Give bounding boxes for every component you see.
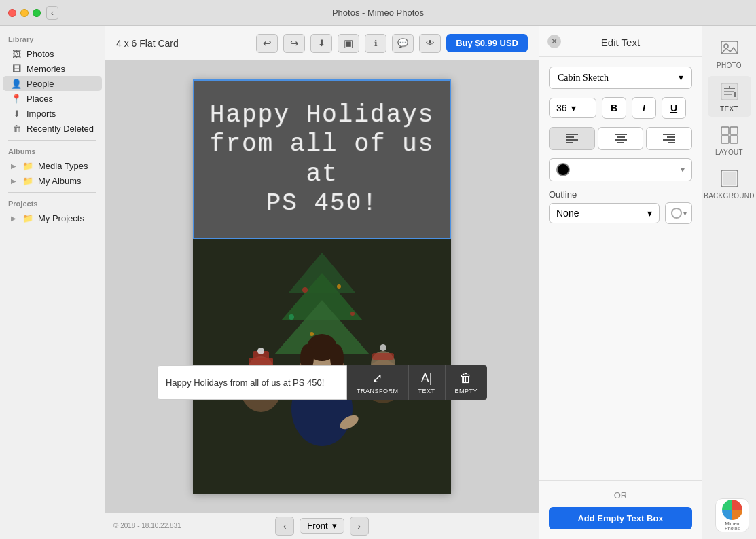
svg-rect-30	[615, 134, 627, 135]
font-size-dropdown-icon: ▾	[571, 103, 576, 113]
toolbar: 4 x 6 Flat Card ↩ ↪ ⬇ ▣ ℹ 💬 👁 Buy $0.99 …	[105, 26, 539, 61]
minimize-button[interactable]	[20, 9, 29, 17]
maximize-button[interactable]	[33, 9, 41, 17]
rail-item-text[interactable]: TEXT	[708, 76, 751, 117]
empty-button[interactable]: 🗑 EMPTY	[446, 365, 488, 400]
mimeo-circle-icon	[722, 500, 742, 520]
trash-icon: 🗑	[11, 123, 22, 134]
outline-color-button[interactable]: ▾	[665, 202, 692, 224]
align-right-button[interactable]	[646, 127, 692, 150]
text-color-selector[interactable]: ▾	[549, 158, 692, 181]
sidebar-item-people-label: People	[26, 79, 54, 89]
sidebar-item-memories-label: Memories	[26, 64, 65, 74]
rail-item-photo[interactable]: PHOTO	[708, 33, 751, 73]
color-arrow-icon: ▾	[681, 165, 685, 174]
svg-rect-32	[615, 139, 627, 141]
content-area: 4 x 6 Flat Card ↩ ↪ ⬇ ▣ ℹ 💬 👁 Buy $0.99 …	[105, 26, 539, 539]
sidebar-item-people[interactable]: 👤 People	[3, 76, 102, 91]
chevron-right-icon-3: ▶	[11, 215, 16, 222]
font-selector[interactable]: Cabin Sketch ▾	[549, 67, 692, 89]
outline-controls: None ▾ ▾	[549, 202, 692, 224]
transform-button[interactable]: ⤢ TRANSFORM	[347, 365, 409, 400]
next-page-button[interactable]: ›	[350, 517, 369, 536]
sidebar-item-my-albums[interactable]: ▶ 📁 My Albums	[3, 173, 102, 188]
text-edit-button[interactable]: A| TEXT	[408, 365, 445, 400]
sidebar-item-imports[interactable]: ⬇ Imports	[3, 106, 102, 121]
edit-panel-header: ✕ Edit Text	[539, 26, 702, 57]
sidebar-item-places[interactable]: 📍 Places	[3, 91, 102, 106]
sidebar-item-my-projects-label: My Projects	[38, 213, 84, 223]
card-text-block[interactable]: Happy Holidaysfrom all of us atPS 450!	[193, 79, 451, 239]
sidebar-item-media-types[interactable]: ▶ 📁 Media Types	[3, 158, 102, 173]
close-panel-button[interactable]: ✕	[547, 35, 561, 48]
page-selector[interactable]: Front ▾	[300, 518, 344, 534]
sidebar-item-photos[interactable]: 🖼 Photos	[3, 46, 102, 61]
add-empty-textbox-button[interactable]: Add Empty Text Box	[549, 507, 692, 529]
svg-rect-51	[723, 172, 736, 185]
sidebar-item-imports-label: Imports	[26, 109, 56, 119]
close-button[interactable]	[8, 9, 16, 17]
italic-button[interactable]: I	[632, 97, 656, 119]
floating-text-preview: Happy Holidays from all of us at PS 450!	[157, 365, 347, 400]
outline-section: Outline None ▾ ▾	[549, 189, 692, 224]
font-size-selector[interactable]: 36 ▾	[549, 98, 596, 118]
buy-button[interactable]: Buy $0.99 USD	[446, 34, 528, 52]
align-center-button[interactable]	[598, 127, 644, 150]
svg-rect-36	[663, 139, 675, 141]
rail-item-background[interactable]: BACKGROUND	[708, 163, 751, 204]
info-button[interactable]: ℹ	[365, 34, 386, 53]
svg-rect-35	[667, 136, 675, 138]
sidebar-item-my-projects[interactable]: ▶ 📁 My Projects	[3, 210, 102, 225]
folder-icon: 📁	[22, 160, 33, 171]
font-dropdown-icon: ▾	[679, 72, 683, 83]
svg-rect-29	[566, 142, 573, 143]
italic-icon: I	[643, 103, 645, 113]
underline-icon: U	[670, 103, 677, 113]
font-name: Cabin Sketch	[558, 73, 609, 83]
edit-panel-body: Cabin Sketch ▾ 36 ▾ B I U	[539, 57, 702, 480]
sidebar-separator-1	[8, 140, 96, 141]
empty-label: EMPTY	[455, 388, 478, 394]
svg-rect-28	[566, 139, 578, 141]
albums-section-label: Albums	[0, 145, 105, 158]
text-rail-icon	[719, 81, 740, 103]
or-label: OR	[614, 490, 628, 500]
sidebar-item-memories[interactable]: 🎞 Memories	[3, 61, 102, 76]
traffic-lights[interactable]	[8, 9, 41, 17]
page-label: Front	[307, 521, 327, 531]
outline-selector[interactable]: None ▾	[549, 203, 660, 223]
card: Happy Holidaysfrom all of us atPS 450!	[193, 79, 451, 494]
download-button[interactable]: ⬇	[310, 34, 332, 53]
mimeo-logo-inner: MimeoPhotos	[715, 498, 749, 532]
transform-label: TRANSFORM	[357, 388, 399, 394]
sidebar-item-recently-deleted[interactable]: 🗑 Recently Deleted	[3, 121, 102, 136]
layout-button[interactable]: ▣	[338, 34, 359, 53]
folder-icon-2: 📁	[22, 175, 33, 186]
mimeo-logo: MimeoPhotos	[715, 498, 749, 532]
align-left-button[interactable]	[549, 127, 595, 150]
svg-rect-31	[617, 136, 625, 138]
document-title: 4 x 6 Flat Card	[116, 38, 179, 49]
preview-button[interactable]: 👁	[419, 34, 441, 53]
rail-item-layout[interactable]: LAYOUT	[708, 119, 751, 160]
outline-value: None	[556, 208, 579, 219]
folder-icon-3: 📁	[22, 212, 33, 223]
photos-icon: 🖼	[11, 48, 22, 59]
underline-button[interactable]: U	[662, 97, 686, 119]
text-edit-icon: A|	[421, 371, 433, 386]
bold-button[interactable]: B	[602, 97, 626, 119]
chat-button[interactable]: 💬	[392, 34, 414, 53]
projects-section-label: Projects	[0, 197, 105, 210]
svg-rect-27	[566, 136, 574, 138]
places-icon: 📍	[11, 93, 22, 104]
redo-button[interactable]: ↪	[283, 34, 305, 53]
layout-rail-icon	[719, 124, 740, 146]
window-title: Photos - Mimeo Photos	[332, 7, 424, 18]
titlebar: ‹ Photos - Mimeo Photos	[0, 0, 756, 26]
sidebar-item-recently-deleted-label: Recently Deleted	[26, 124, 94, 134]
back-button[interactable]: ‹	[46, 6, 58, 20]
prev-page-button[interactable]: ‹	[275, 517, 294, 536]
sidebar: Library 🖼 Photos 🎞 Memories 👤 People 📍 P…	[0, 26, 105, 539]
undo-button[interactable]: ↩	[256, 34, 278, 53]
svg-rect-34	[663, 134, 675, 135]
